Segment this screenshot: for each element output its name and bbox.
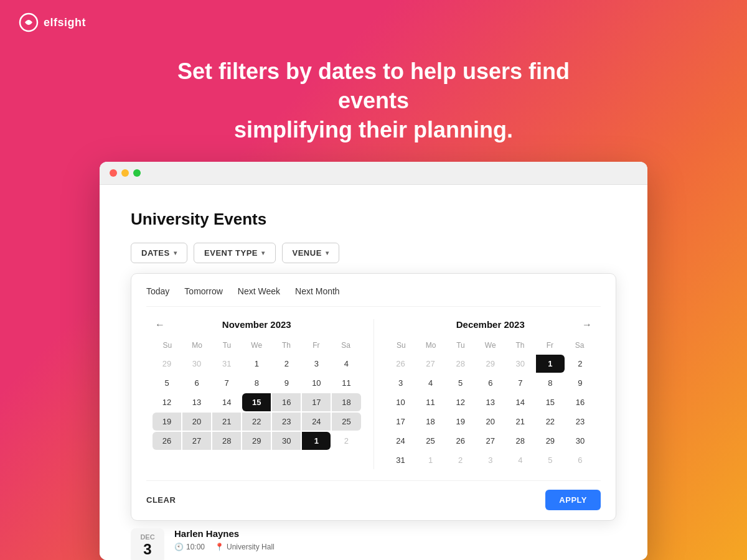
day-cell[interactable]: 29 [242,432,271,450]
day-cell[interactable]: 28 [506,432,535,450]
day-cell[interactable]: 10 [302,374,331,392]
browser-chrome [100,162,647,185]
day-cell[interactable]: 19 [153,413,181,431]
calendar-divider [374,319,374,469]
apply-button[interactable]: APPLY [545,490,601,510]
day-cell[interactable]: 27 [182,432,211,450]
day-cell[interactable]: 14 [506,393,535,411]
day-cell[interactable]: 22 [536,413,565,431]
day-cell[interactable]: 11 [416,393,445,411]
day-cell[interactable]: 21 [506,413,535,431]
day-cell[interactable]: 6 [476,374,505,392]
day-cell[interactable]: 31 [387,451,415,469]
day-cell[interactable]: 21 [212,413,241,431]
day-cell[interactable]: 29 [476,355,505,373]
day-cell[interactable]: 7 [506,374,535,392]
november-calendar: ← November 2023 Su Mo Tu We Th Fr Sa 293… [146,319,367,469]
day-cell[interactable]: 25 [332,413,360,431]
event-type-filter-button[interactable]: EVENT TYPE ▾ [194,243,275,263]
day-cell[interactable]: 31 [212,355,241,373]
day-cell[interactable]: 26 [153,432,181,450]
day-cell[interactable]: 6 [182,374,211,392]
day-cell[interactable]: 25 [416,432,445,450]
day-cell[interactable]: 28 [212,432,241,450]
next-month-filter[interactable]: Next Month [295,286,340,296]
day-cell[interactable]: 30 [506,355,535,373]
day-cell[interactable]: 2 [272,355,301,373]
day-cell[interactable]: 29 [153,355,181,373]
day-cell[interactable]: 2 [446,451,475,469]
day-cell[interactable]: 24 [387,432,415,450]
day-cell[interactable]: 2 [332,432,360,450]
day-cell[interactable]: 15 [536,393,565,411]
day-cell[interactable]: 18 [416,413,445,431]
day-cell[interactable]: 16 [272,393,301,411]
day-cell[interactable]: 12 [446,393,475,411]
day-cell[interactable]: 1 [416,451,445,469]
calendar-footer: CLEAR APPLY [146,480,601,510]
day-cell[interactable]: 4 [332,355,360,373]
day-cell[interactable]: 23 [566,413,594,431]
day-cell[interactable]: 9 [272,374,301,392]
day-cell[interactable]: 8 [242,374,271,392]
dates-filter-button[interactable]: DATES ▾ [131,243,187,263]
day-cell[interactable]: 3 [387,374,415,392]
day-cell[interactable]: 18 [332,393,360,411]
day-cell[interactable]: 7 [212,374,241,392]
day-cell[interactable]: 13 [182,393,211,411]
day-cell[interactable]: 2 [566,355,594,373]
day-cell[interactable]: 1 [242,355,271,373]
tomorrow-filter[interactable]: Tomorrow [184,286,222,296]
day-cell[interactable]: 26 [446,432,475,450]
day-cell[interactable]: 13 [476,393,505,411]
day-cell[interactable]: 10 [387,393,415,411]
day-cell[interactable]: 1 [302,432,331,450]
day-cell[interactable]: 4 [506,451,535,469]
day-cell[interactable]: 30 [566,432,594,450]
clear-button[interactable]: CLEAR [146,495,176,505]
day-cell[interactable]: 22 [242,413,271,431]
day-cell[interactable]: 30 [182,355,211,373]
day-cell[interactable]: 14 [212,393,241,411]
today-filter[interactable]: Today [146,286,169,296]
day-cell[interactable]: 5 [536,451,565,469]
day-header-mo: Mo [182,338,212,352]
day-cell[interactable]: 28 [446,355,475,373]
day-cell[interactable]: 17 [302,393,331,411]
venue-filter-button[interactable]: VENUE ▾ [282,243,340,263]
day-cell[interactable]: 11 [332,374,360,392]
november-day-grid: 2930311234567891011121314151617181920212… [153,355,361,450]
day-cell[interactable]: 3 [302,355,331,373]
day-cell[interactable]: 8 [536,374,565,392]
day-cell[interactable]: 4 [416,374,445,392]
day-cell[interactable]: 20 [182,413,211,431]
day-cell[interactable]: 9 [566,374,594,392]
event-info: Harlen Haynes 🕙 10:00 📍 University Hall [174,528,275,551]
day-cell[interactable]: 6 [566,451,594,469]
day-cell[interactable]: 5 [446,374,475,392]
day-cell[interactable]: 27 [416,355,445,373]
day-cell[interactable]: 27 [476,432,505,450]
day-cell[interactable]: 26 [387,355,415,373]
day-cell[interactable]: 15 [242,393,271,411]
chevron-down-icon: ▾ [261,250,265,256]
browser-content: University Events DATES ▾ EVENT TYPE ▾ V… [100,185,647,560]
day-cell[interactable]: 23 [272,413,301,431]
day-cell[interactable]: 20 [476,413,505,431]
top-bar: elfsight [0,0,747,45]
next-week-filter[interactable]: Next Week [238,286,280,296]
day-cell[interactable]: 30 [272,432,301,450]
day-cell[interactable]: 12 [153,393,181,411]
day-cell[interactable]: 5 [153,374,181,392]
day-cell[interactable]: 16 [566,393,594,411]
day-cell[interactable]: 3 [476,451,505,469]
next-month-button[interactable]: → [580,317,594,333]
day-cell[interactable]: 17 [387,413,415,431]
quick-filters-row: Today Tomorrow Next Week Next Month [146,286,601,307]
day-cell[interactable]: 29 [536,432,565,450]
day-cell[interactable]: 19 [446,413,475,431]
day-cell[interactable]: 1 [536,355,565,373]
logo-text: elfsight [44,16,86,29]
day-cell[interactable]: 24 [302,413,331,431]
prev-month-button[interactable]: ← [153,317,167,333]
